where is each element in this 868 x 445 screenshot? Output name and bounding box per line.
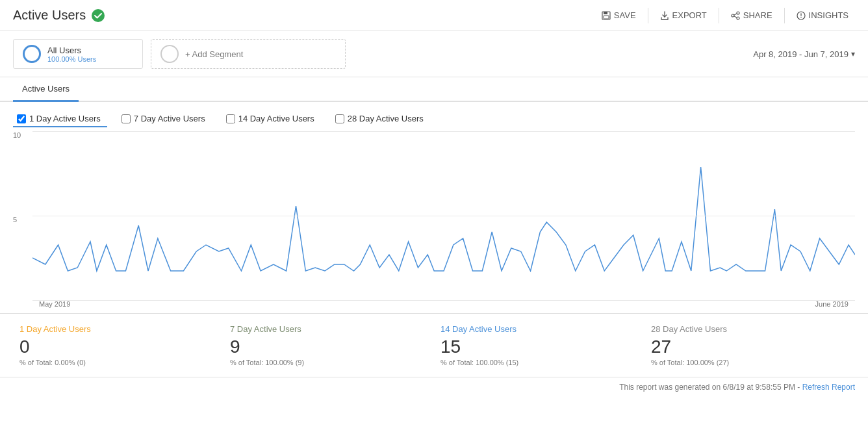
chart-y-labels: 10 5	[13, 131, 32, 300]
svg-line-8	[734, 16, 737, 18]
refresh-report-link[interactable]: Refresh Report	[802, 383, 855, 392]
verified-icon	[91, 8, 105, 23]
segment-bar-left: All Users 100.00% Users + Add Segment	[13, 39, 346, 69]
grid-line-mid	[32, 216, 855, 216]
share-icon	[731, 11, 740, 20]
y-label-10: 10	[13, 131, 32, 139]
header-left: Active Users	[13, 8, 105, 23]
y-label-5: 5	[13, 216, 32, 223]
page-title: Active Users	[13, 8, 86, 23]
checkbox-28day-input[interactable]	[335, 114, 344, 123]
metric-1day: 1 Day Active Users 0 % of Total: 0.00% (…	[13, 324, 223, 366]
metric-14day-label: 14 Day Active Users	[440, 324, 638, 334]
checkbox-28day-label: 28 Day Active Users	[348, 114, 424, 123]
metric-28day-value: 27	[651, 337, 849, 357]
segment-circle-empty	[160, 45, 179, 63]
svg-point-5	[737, 17, 739, 19]
metric-28day-label: 28 Day Active Users	[651, 324, 849, 334]
checkbox-1day-label: 1 Day Active Users	[29, 114, 101, 123]
all-users-segment[interactable]: All Users 100.00% Users	[13, 39, 143, 69]
checkbox-1day-input[interactable]	[17, 114, 26, 123]
tab-active-users[interactable]: Active Users	[13, 77, 79, 102]
segment-name: All Users	[47, 45, 96, 55]
chart-x-labels: May 2019 June 2019	[32, 300, 855, 313]
save-label: SAVE	[614, 10, 636, 20]
footer-text: This report was generated on 6/8/19 at 9…	[619, 383, 802, 392]
grid-line-top	[32, 131, 855, 132]
checkbox-14day-input[interactable]	[226, 114, 235, 123]
divider2	[719, 8, 719, 23]
metric-7day-label: 7 Day Active Users	[230, 324, 428, 334]
checkbox-7day-input[interactable]	[121, 114, 131, 123]
checkbox-row: 1 Day Active Users 7 Day Active Users 14…	[13, 111, 855, 127]
checkbox-14day[interactable]: 14 Day Active Users	[222, 111, 321, 127]
metrics-row: 1 Day Active Users 0 % of Total: 0.00% (…	[0, 313, 868, 377]
metric-7day-value: 9	[230, 337, 428, 357]
segment-pct: 100.00% Users	[47, 55, 96, 63]
add-segment-label: + Add Segment	[185, 49, 243, 59]
divider3	[784, 8, 785, 23]
chart-canvas	[32, 131, 855, 300]
svg-point-11	[800, 16, 802, 18]
x-label-june: June 2019	[815, 300, 849, 313]
metric-1day-sub: % of Total: 0.00% (0)	[19, 359, 217, 366]
svg-point-4	[737, 12, 739, 14]
chart-section: 1 Day Active Users 7 Day Active Users 14…	[0, 102, 868, 313]
metric-7day-sub: % of Total: 100.00% (9)	[230, 359, 428, 366]
save-icon	[602, 11, 611, 20]
metric-1day-label: 1 Day Active Users	[19, 324, 217, 334]
segment-circle	[23, 45, 41, 63]
checkbox-14day-label: 14 Day Active Users	[238, 114, 314, 123]
chart-area: 10 5 May 2019 June 2019	[13, 131, 855, 313]
checkbox-28day[interactable]: 28 Day Active Users	[331, 111, 430, 127]
segment-info: All Users 100.00% Users	[47, 45, 96, 63]
svg-point-0	[92, 9, 105, 22]
export-icon	[660, 11, 669, 20]
svg-line-7	[734, 14, 737, 15]
checkbox-7day[interactable]: 7 Day Active Users	[118, 111, 212, 127]
header-actions: SAVE EXPORT SHARE	[595, 6, 855, 24]
metric-14day: 14 Day Active Users 15 % of Total: 100.0…	[434, 324, 645, 366]
header: Active Users SAVE EXPORT	[0, 0, 868, 31]
svg-point-6	[732, 14, 734, 17]
segment-bar: All Users 100.00% Users + Add Segment Ap…	[0, 31, 868, 77]
svg-rect-2	[604, 12, 607, 14]
metric-14day-value: 15	[440, 337, 638, 357]
footer: This report was generated on 6/8/19 at 9…	[0, 377, 868, 397]
metric-28day: 28 Day Active Users 27 % of Total: 100.0…	[645, 324, 855, 366]
checkbox-7day-label: 7 Day Active Users	[134, 114, 205, 123]
metric-28day-sub: % of Total: 100.00% (27)	[651, 359, 849, 366]
insights-icon	[797, 11, 806, 20]
share-button[interactable]: SHARE	[724, 6, 779, 24]
insights-label: INSIGHTS	[809, 10, 849, 20]
export-button[interactable]: EXPORT	[654, 6, 713, 24]
share-label: SHARE	[743, 10, 772, 20]
divider	[648, 8, 648, 23]
insights-button[interactable]: INSIGHTS	[790, 6, 855, 24]
add-segment-card[interactable]: + Add Segment	[151, 39, 346, 69]
metric-1day-value: 0	[19, 337, 217, 357]
date-range-text: Apr 8, 2019 - Jun 7, 2019	[753, 49, 849, 59]
metric-7day: 7 Day Active Users 9 % of Total: 100.00%…	[223, 324, 434, 366]
svg-rect-3	[604, 16, 609, 19]
date-range-selector[interactable]: Apr 8, 2019 - Jun 7, 2019 ▾	[753, 49, 855, 59]
x-label-may: May 2019	[39, 300, 70, 313]
chevron-down-icon: ▾	[851, 49, 855, 58]
metric-14day-sub: % of Total: 100.00% (15)	[440, 359, 638, 366]
tabs-container: Active Users	[0, 77, 868, 102]
checkbox-1day[interactable]: 1 Day Active Users	[13, 111, 107, 127]
export-label: EXPORT	[672, 10, 707, 20]
save-button[interactable]: SAVE	[595, 6, 643, 24]
